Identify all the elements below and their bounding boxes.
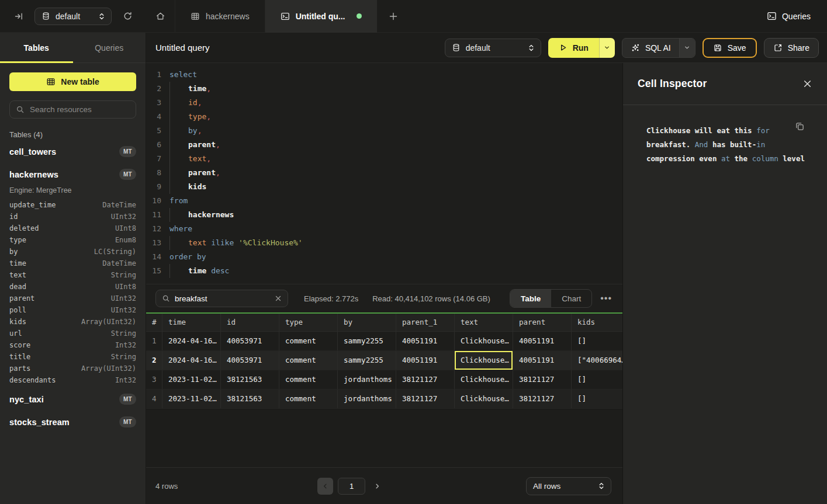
table-cell[interactable]: sammy2255 <box>338 332 396 350</box>
share-button[interactable]: Share <box>764 38 819 58</box>
new-table-button[interactable]: New table <box>9 72 136 91</box>
table-cell[interactable]: [] <box>572 390 622 408</box>
editor-line[interactable]: 4type, <box>146 110 622 124</box>
sidebar-search[interactable] <box>9 100 136 119</box>
sidebar-column-row[interactable]: byLC(String) <box>9 246 136 258</box>
editor-line[interactable]: 8parent, <box>146 166 622 180</box>
table-cell[interactable]: jordanthoms <box>338 390 396 408</box>
queries-button[interactable]: Queries <box>767 11 811 21</box>
table-cell[interactable]: 2023-11-02… <box>162 370 221 389</box>
table-cell[interactable]: 40053971 <box>221 351 279 370</box>
table-cell[interactable]: [] <box>572 332 622 350</box>
prev-page-button[interactable] <box>317 478 333 495</box>
editor-line[interactable]: 9kids <box>146 180 622 194</box>
clear-icon[interactable] <box>275 295 282 302</box>
editor-line[interactable]: 14order by <box>146 250 622 264</box>
sidebar-column-row[interactable]: typeEnum8 <box>9 234 136 246</box>
row-number-cell[interactable]: 2 <box>146 351 162 370</box>
table-cell[interactable]: comment <box>279 351 338 370</box>
column-header[interactable]: type <box>279 314 338 331</box>
tab-hackernews[interactable]: hackernews <box>175 0 265 33</box>
sql-ai-options-button[interactable] <box>679 39 695 57</box>
table-cell[interactable]: 38121127 <box>513 390 572 408</box>
table-cell[interactable]: 40051191 <box>396 332 455 350</box>
table-cell[interactable]: 2024-04-16… <box>162 351 221 370</box>
sidebar-column-row[interactable]: parentUInt32 <box>9 293 136 304</box>
tab-untitled-query[interactable]: Untitled qu... <box>265 0 378 33</box>
editor-line[interactable]: 11hackernews <box>146 208 622 222</box>
tab-home[interactable] <box>146 0 175 33</box>
editor-line[interactable]: 3id, <box>146 96 622 110</box>
table-row[interactable]: 12024-04-16…40053971commentsammy22554005… <box>146 332 622 351</box>
table-cell[interactable]: 38121563 <box>221 370 279 389</box>
sidebar-tab-tables[interactable]: Tables <box>0 33 73 62</box>
sql-editor[interactable]: 1select2time,3id,4type,5by,6parent,7text… <box>146 63 622 284</box>
column-header[interactable]: parent_1 <box>396 314 455 331</box>
row-number-cell[interactable]: 1 <box>146 332 162 350</box>
editor-line[interactable]: 10from <box>146 194 622 208</box>
table-cell[interactable]: sammy2255 <box>338 351 396 370</box>
table-cell[interactable]: 38121127 <box>396 370 455 389</box>
table-cell[interactable]: 38121127 <box>396 390 455 408</box>
sidebar-column-row[interactable]: kidsArray(UInt32) <box>9 316 136 328</box>
close-icon[interactable] <box>803 79 812 88</box>
column-header[interactable]: by <box>338 314 396 331</box>
table-cell[interactable]: Clickhouse… <box>455 370 513 389</box>
view-chart-button[interactable]: Chart <box>551 290 591 307</box>
editor-line[interactable]: 13text ilike '%ClickHouse%' <box>146 236 622 250</box>
column-header[interactable]: # <box>146 314 162 331</box>
sidebar-column-row[interactable]: scoreInt32 <box>9 339 136 351</box>
editor-line[interactable]: 7text, <box>146 152 622 166</box>
table-cell[interactable]: comment <box>279 390 338 408</box>
table-cell[interactable]: 2023-11-02… <box>162 390 221 408</box>
editor-line[interactable]: 2time, <box>146 82 622 96</box>
table-row[interactable]: 22024-04-16…40053971commentsammy22554005… <box>146 351 622 370</box>
sidebar-column-row[interactable]: urlString <box>9 328 136 339</box>
copy-icon[interactable] <box>795 121 805 131</box>
column-header[interactable]: text <box>455 314 513 331</box>
table-cell[interactable]: 2024-04-16… <box>162 332 221 350</box>
collapse-sidebar-icon[interactable] <box>14 12 23 21</box>
table-cell[interactable]: Clickhouse… <box>455 332 513 350</box>
sidebar-table-item[interactable]: nyc_taxiMT <box>9 390 136 409</box>
table-cell[interactable]: 40051191 <box>396 351 455 370</box>
sidebar-tab-queries[interactable]: Queries <box>73 33 146 62</box>
row-number-cell[interactable]: 4 <box>146 390 162 408</box>
table-cell[interactable]: ["40066964… <box>572 351 622 370</box>
results-search-input[interactable] <box>175 294 262 303</box>
column-header[interactable]: parent <box>513 314 572 331</box>
column-header[interactable]: kids <box>572 314 622 331</box>
sidebar-table-item[interactable]: stocks_streamMT <box>9 412 136 432</box>
column-header[interactable]: time <box>162 314 221 331</box>
refresh-icon[interactable] <box>123 11 133 21</box>
new-tab-button[interactable] <box>380 0 406 33</box>
page-number-input[interactable] <box>338 478 365 495</box>
sidebar-column-row[interactable]: titleString <box>9 351 136 363</box>
sidebar-column-row[interactable]: descendantsInt32 <box>9 374 136 386</box>
sidebar-column-row[interactable]: update_timeDateTime <box>9 199 136 211</box>
sidebar-column-row[interactable]: timeDateTime <box>9 258 136 269</box>
editor-line[interactable]: 1select <box>146 68 622 82</box>
table-row[interactable]: 42023-11-02…38121563commentjordanthoms38… <box>146 390 622 409</box>
table-cell[interactable]: 40053971 <box>221 332 279 350</box>
table-cell[interactable]: 40051191 <box>513 351 572 370</box>
table-row[interactable]: 32023-11-02…38121563commentjordanthoms38… <box>146 370 622 390</box>
more-options-icon[interactable]: ••• <box>600 293 612 304</box>
table-cell[interactable]: 38121563 <box>221 390 279 408</box>
table-cell[interactable]: jordanthoms <box>338 370 396 389</box>
editor-line[interactable]: 5by, <box>146 124 622 138</box>
next-page-button[interactable] <box>374 483 380 489</box>
sidebar-column-row[interactable]: partsArray(UInt32) <box>9 363 136 374</box>
table-cell[interactable]: 40051191 <box>513 332 572 350</box>
sidebar-column-row[interactable]: idUInt32 <box>9 211 136 223</box>
database-select[interactable]: default <box>34 8 112 25</box>
results-search[interactable] <box>155 290 288 307</box>
query-database-select[interactable]: default <box>445 39 541 57</box>
table-cell[interactable]: [] <box>572 370 622 389</box>
table-cell[interactable]: comment <box>279 332 338 350</box>
view-table-button[interactable]: Table <box>510 290 551 307</box>
save-button[interactable]: Save <box>703 38 757 58</box>
table-cell[interactable]: comment <box>279 370 338 389</box>
table-cell[interactable]: Clickhouse… <box>455 351 513 370</box>
sidebar-column-row[interactable]: pollUInt32 <box>9 304 136 316</box>
